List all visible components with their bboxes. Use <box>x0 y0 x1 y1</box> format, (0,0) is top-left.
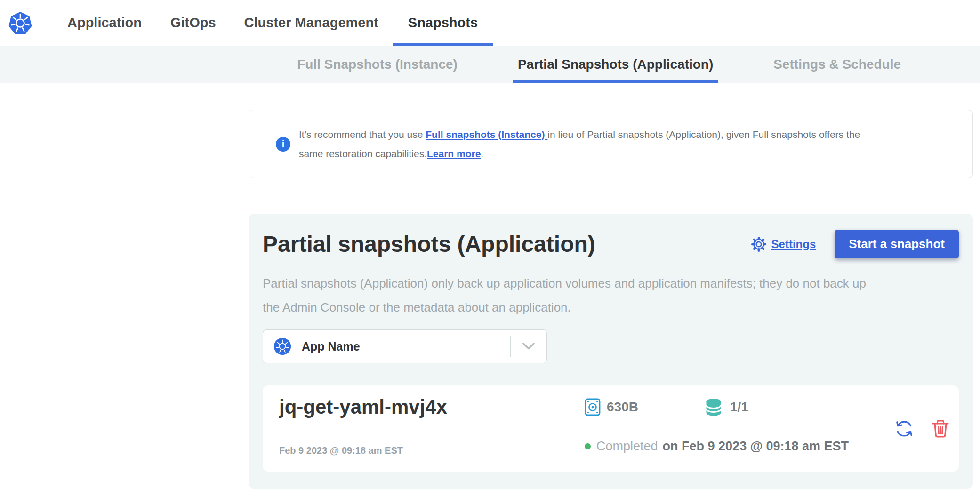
nav-item-gitops[interactable]: GitOps <box>170 0 216 46</box>
snapshots-subnav: Full Snapshots (Instance) Partial Snapsh… <box>0 46 980 83</box>
trash-icon <box>932 419 949 439</box>
database-icon <box>703 398 724 417</box>
snapshot-metrics-row: 630B 1/1 <box>585 398 888 417</box>
nav-item-cluster-management[interactable]: Cluster Management <box>244 0 378 46</box>
status-badge: Completed <box>596 439 658 454</box>
snapshot-volumes-value: 1/1 <box>730 400 748 415</box>
gear-icon <box>751 236 767 252</box>
alert-text-part3: same restoration capabilities. <box>299 148 427 159</box>
snapshot-status-row: Completed on Feb 9 2023 @ 09:18 am EST <box>585 439 888 454</box>
restore-snapshot-button[interactable] <box>893 417 916 440</box>
tab-partial-snapshots-active[interactable]: Partial Snapshots (Application) <box>513 46 718 83</box>
snapshot-volumes: 1/1 <box>703 398 748 417</box>
nav-item-application[interactable]: Application <box>67 0 142 46</box>
snapshot-metrics: 630B 1/1 Completed <box>585 396 888 461</box>
disk-icon <box>585 398 601 416</box>
panel-title: Partial snapshots (Application) <box>263 231 595 257</box>
panel-header: Partial snapshots (Application) <box>263 230 959 258</box>
app-selector-value: App Name <box>302 340 510 353</box>
snapshot-size-value: 630B <box>607 400 638 415</box>
snapshot-row: jq-get-yaml-mvj4x Feb 9 2023 @ 09:18 am … <box>263 385 959 472</box>
info-alert: i It’s recommend that you use Full snaps… <box>249 110 973 178</box>
alert-text-part4: . <box>481 148 483 159</box>
settings-link[interactable]: Settings <box>751 236 816 252</box>
nav-item-snapshots-active[interactable]: Snapshots <box>393 0 493 46</box>
restore-icon <box>893 417 916 440</box>
alert-text-part2: in lieu of Partial snapshots (Applicatio… <box>547 129 860 140</box>
snapshot-created-date: Feb 9 2023 @ 09:18 am EST <box>279 445 585 456</box>
settings-label: Settings <box>771 238 816 251</box>
alert-text: It’s recommend that you use Full snapsho… <box>299 125 860 163</box>
learn-more-link[interactable]: Learn more <box>427 148 481 159</box>
panel-actions: Settings Start a snapshot <box>751 230 959 258</box>
status-detail: on Feb 9 2023 @ 09:18 am EST <box>663 439 849 454</box>
snapshot-name: jq-get-yaml-mvj4x <box>279 396 585 418</box>
start-snapshot-button[interactable]: Start a snapshot <box>835 230 959 258</box>
snapshot-size: 630B <box>585 398 638 416</box>
status-dot-icon <box>585 443 591 449</box>
full-snapshots-link[interactable]: Full snapshots (Instance) <box>426 129 547 140</box>
app-icon <box>273 337 291 355</box>
app-selector-dropdown[interactable]: App Name <box>263 329 547 363</box>
panel-description: Partial snapshots (Application) only bac… <box>263 272 959 320</box>
top-nav: Application GitOps Cluster Management Sn… <box>0 0 980 46</box>
alert-text-part1: It’s recommend that you use <box>299 129 426 140</box>
chevron-down-icon[interactable] <box>511 343 546 350</box>
partial-snapshots-panel: Partial snapshots (Application) <box>249 214 973 489</box>
tab-settings-schedule[interactable]: Settings & Schedule <box>769 46 906 83</box>
panel-description-line1: Partial snapshots (Application) only bac… <box>263 276 866 290</box>
snapshot-actions <box>893 396 949 461</box>
delete-snapshot-button[interactable] <box>932 419 949 439</box>
tab-full-snapshots[interactable]: Full Snapshots (Instance) <box>292 46 462 83</box>
kubernetes-logo-icon <box>8 0 32 46</box>
info-icon: i <box>276 137 290 152</box>
snapshot-info: jq-get-yaml-mvj4x Feb 9 2023 @ 09:18 am … <box>279 396 585 461</box>
panel-description-line2: the Admin Console or the metadata about … <box>263 300 571 314</box>
